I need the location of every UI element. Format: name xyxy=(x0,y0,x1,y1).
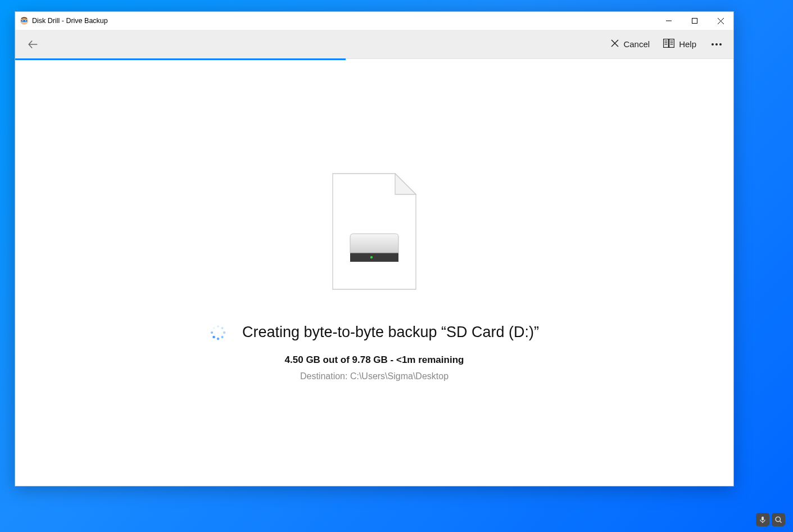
microphone-tray-icon[interactable] xyxy=(756,513,769,526)
progress-text: 4.50 GB out of 9.78 GB - <1m remaining xyxy=(285,354,464,366)
progress-fill xyxy=(15,58,346,60)
back-button[interactable] xyxy=(23,34,43,54)
svg-point-26 xyxy=(223,331,225,333)
svg-line-35 xyxy=(780,521,782,523)
svg-rect-5 xyxy=(692,19,697,24)
maximize-button[interactable] xyxy=(682,12,708,30)
cancel-label: Cancel xyxy=(623,39,650,49)
destination-text: Destination: C:\Users\Sigma\Desktop xyxy=(300,371,448,381)
backup-file-illustration xyxy=(332,173,416,290)
help-button[interactable]: Help xyxy=(658,34,702,54)
close-icon xyxy=(611,39,619,49)
svg-point-29 xyxy=(212,335,215,338)
minimize-button[interactable] xyxy=(656,12,682,30)
svg-point-21 xyxy=(719,43,722,46)
more-button[interactable] xyxy=(704,34,729,54)
svg-point-25 xyxy=(221,327,223,329)
svg-point-24 xyxy=(217,325,219,328)
status-row: Creating byte-to-byte backup “SD Card (D… xyxy=(210,324,539,341)
svg-rect-11 xyxy=(664,39,669,48)
svg-rect-22 xyxy=(350,253,398,262)
spinner-icon xyxy=(210,324,226,341)
svg-point-2 xyxy=(22,20,24,21)
help-label: Help xyxy=(679,39,696,49)
svg-point-20 xyxy=(715,43,718,46)
close-button[interactable] xyxy=(708,12,733,30)
svg-point-23 xyxy=(370,256,373,258)
window-title: Disk Drill - Drive Backup xyxy=(32,17,108,25)
svg-rect-12 xyxy=(669,39,674,48)
app-window: Disk Drill - Drive Backup xyxy=(15,11,734,486)
cancel-button[interactable]: Cancel xyxy=(605,34,655,54)
svg-point-27 xyxy=(221,335,223,338)
svg-point-28 xyxy=(217,337,220,340)
svg-rect-1 xyxy=(21,20,28,22)
svg-point-34 xyxy=(776,517,780,521)
svg-point-19 xyxy=(712,43,714,46)
progress-bar xyxy=(15,58,733,60)
svg-point-30 xyxy=(211,331,213,333)
book-icon xyxy=(663,39,674,49)
app-icon xyxy=(20,16,29,25)
toolbar: Cancel Help xyxy=(15,30,733,59)
svg-point-3 xyxy=(25,20,26,21)
tray-icons xyxy=(756,513,785,526)
window-controls xyxy=(656,12,733,30)
titlebar: Disk Drill - Drive Backup xyxy=(15,12,733,30)
svg-rect-32 xyxy=(762,517,764,521)
main-content: Creating byte-to-byte backup “SD Card (D… xyxy=(15,61,733,486)
search-tray-icon[interactable] xyxy=(772,513,785,526)
svg-point-31 xyxy=(213,327,215,329)
status-title: Creating byte-to-byte backup “SD Card (D… xyxy=(242,324,539,341)
